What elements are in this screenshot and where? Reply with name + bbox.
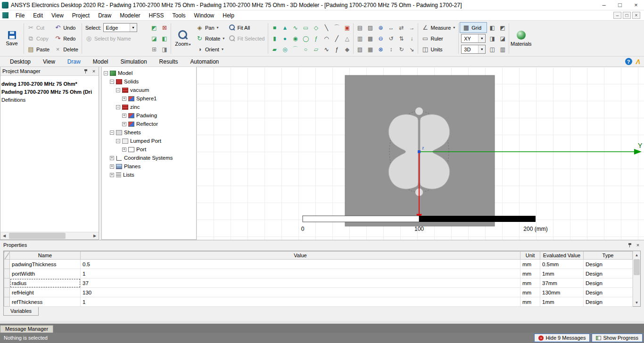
menu-file[interactable]: File: [11, 10, 29, 21]
drawing-plane-dropdown[interactable]: XY▾: [461, 34, 486, 43]
select-mode-dropdown[interactable]: Edge ▾: [103, 23, 137, 32]
select-connected-icon[interactable]: ◧: [159, 33, 170, 44]
model-tree-item[interactable]: −zinc: [102, 103, 196, 111]
close-button[interactable]: ×: [628, 0, 644, 10]
pin-icon[interactable]: [628, 243, 632, 248]
expander-icon[interactable]: +: [122, 122, 126, 126]
property-value[interactable]: 0.5: [81, 260, 520, 269]
tab-view[interactable]: View: [37, 57, 61, 67]
delete-button[interactable]: ×Delete: [52, 44, 81, 55]
fit-all-button[interactable]: Fit All: [227, 22, 267, 33]
tab-simulation[interactable]: Simulation: [115, 57, 153, 67]
redo-button[interactable]: ↷Redo: [52, 33, 81, 44]
align-view-icon[interactable]: →: [406, 22, 417, 33]
maximize-button[interactable]: □: [612, 0, 628, 10]
movement-mode-dropdown[interactable]: 3D▾: [461, 45, 486, 54]
model-tree-item[interactable]: −Sheets: [102, 128, 196, 137]
property-name[interactable]: radius: [10, 278, 81, 288]
expander-icon[interactable]: −: [110, 131, 114, 135]
scroll-up-icon[interactable]: ▲: [633, 251, 640, 259]
project-tree-item[interactable]: Padwing 1700-2700 MHz 75 Ohm (Dri: [0, 88, 99, 96]
property-name[interactable]: refThickness: [10, 297, 81, 307]
column-header-evaluated-value[interactable]: Evaluated Value: [540, 252, 584, 260]
draw-rectangle-icon[interactable]: ▭: [300, 22, 311, 33]
materials-button[interactable]: Materials: [510, 22, 532, 55]
row-selector[interactable]: [4, 260, 10, 269]
zoom-button[interactable]: Zoom▾: [172, 22, 194, 55]
move-icon[interactable]: ↔: [386, 22, 396, 33]
paste-button[interactable]: ▤Paste: [25, 44, 52, 55]
mdi-restore-button[interactable]: □: [623, 12, 631, 19]
column-header-value[interactable]: Value: [81, 252, 520, 260]
document-icon[interactable]: [2, 12, 8, 18]
vscroll-thumb[interactable]: [634, 259, 640, 275]
expander-icon[interactable]: −: [116, 88, 120, 92]
array-icon[interactable]: ▦: [365, 44, 375, 55]
select-next-icon[interactable]: ◪: [149, 33, 159, 44]
property-value[interactable]: 37: [81, 278, 520, 288]
scale-icon[interactable]: ⇄: [396, 22, 406, 33]
align-normal-icon[interactable]: ↓: [406, 33, 417, 44]
project-tree-item[interactable]: dwing 1700-2700 MHz 75 Ohm*: [0, 80, 99, 88]
property-name[interactable]: refHeight: [10, 288, 81, 297]
model-tree-item[interactable]: −Model: [102, 69, 196, 77]
menu-hfss[interactable]: HFSS: [145, 10, 168, 21]
property-value[interactable]: 130: [81, 288, 520, 297]
select-previous-icon[interactable]: ◩: [149, 22, 159, 33]
draw-ellipse-icon[interactable]: ◯: [300, 33, 311, 44]
project-tree-item[interactable]: Definitions: [0, 96, 99, 104]
duplicate-mirror-icon[interactable]: ▨: [365, 22, 375, 33]
draw-helix-icon[interactable]: ∿: [290, 22, 300, 33]
menu-window[interactable]: Window: [190, 10, 219, 21]
properties-vscrollbar[interactable]: ▲ ▼: [633, 251, 640, 306]
hscroll-thumb[interactable]: [9, 233, 66, 239]
grid-settings-icon[interactable]: ◪: [497, 33, 508, 44]
model-tree-item[interactable]: +Coordinate Systems: [102, 154, 196, 162]
draw-regular-polygon-icon[interactable]: ◇: [311, 22, 321, 33]
draw-torus-icon[interactable]: ◎: [280, 44, 290, 55]
draw-plane-icon[interactable]: ▱: [311, 44, 321, 55]
unite-icon[interactable]: ⊕: [375, 22, 386, 33]
expander-icon[interactable]: −: [116, 105, 120, 109]
menu-draw[interactable]: Draw: [94, 10, 116, 21]
top-stub-object[interactable]: [415, 107, 423, 115]
draw-sphere-icon[interactable]: ●: [280, 33, 290, 44]
tab-results[interactable]: Results: [153, 57, 184, 67]
rotate-object-icon[interactable]: ↺: [386, 33, 396, 44]
property-unit[interactable]: mm: [520, 278, 540, 288]
expander-icon[interactable]: −: [116, 139, 120, 143]
measure-button[interactable]: ∠Measure▾: [419, 22, 457, 33]
selection-mode-icon[interactable]: ◨: [159, 44, 170, 55]
modeler-viewport[interactable]: Y z 0 100 200 (mm): [197, 67, 644, 240]
row-selector[interactable]: [4, 269, 10, 278]
help-icon[interactable]: ?: [625, 58, 632, 65]
copy-button[interactable]: ⧉Copy: [25, 33, 52, 44]
draw-line-icon[interactable]: ╲: [321, 22, 331, 33]
model-tree-item[interactable]: +Lists: [102, 171, 196, 179]
model-tree-item[interactable]: −Lumped Port: [102, 137, 196, 145]
orient-button[interactable]: ◑Orient▾: [194, 44, 227, 55]
property-name[interactable]: padwingThickness: [10, 260, 81, 269]
expander-icon[interactable]: −: [110, 80, 114, 84]
sweep-icon[interactable]: ▣: [342, 22, 352, 33]
expander-icon[interactable]: +: [110, 173, 114, 177]
split-icon[interactable]: ↻: [396, 44, 406, 55]
model-tree-item[interactable]: +Sphere1: [102, 94, 196, 103]
tab-automation[interactable]: Automation: [184, 57, 225, 67]
model-tree-item[interactable]: +Port: [102, 145, 196, 154]
draw-box-icon[interactable]: ■: [269, 22, 280, 33]
select-by-name-button[interactable]: ◎ Select by Name: [83, 33, 149, 44]
draw-cone-icon[interactable]: ▲: [280, 22, 290, 33]
mdi-minimize-button[interactable]: –: [613, 12, 621, 19]
expander-icon[interactable]: −: [104, 71, 108, 75]
menu-help[interactable]: Help: [218, 10, 239, 21]
menu-tools[interactable]: Tools: [168, 10, 190, 21]
row-selector[interactable]: [4, 278, 10, 288]
select-all-visible-icon[interactable]: ⊞: [149, 44, 159, 55]
mirror-icon[interactable]: ⇅: [396, 33, 406, 44]
mirror-duplicate-icon[interactable]: ▤: [355, 22, 365, 33]
viewport-canvas[interactable]: Y z 0 100 200 (mm): [197, 67, 644, 240]
working-plane-icon[interactable]: ◫: [487, 44, 497, 55]
menu-project[interactable]: Project: [68, 10, 94, 21]
offset-icon[interactable]: ↕: [386, 44, 396, 55]
